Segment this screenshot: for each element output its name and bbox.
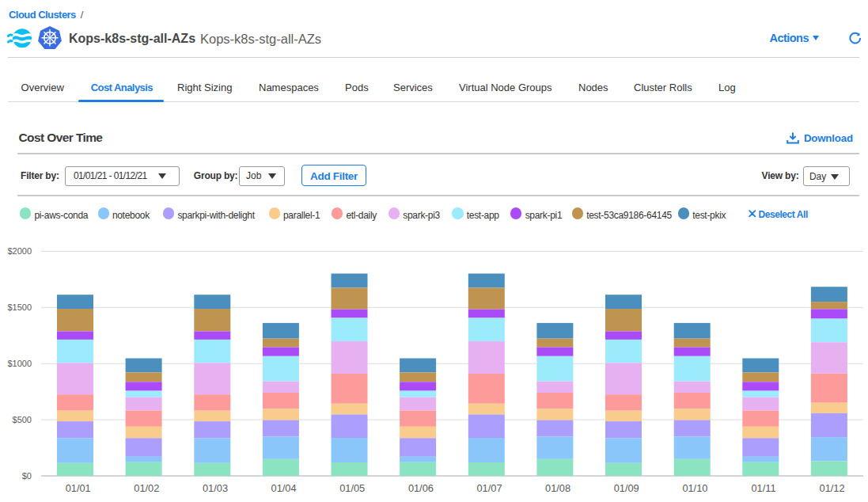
svg-text:01/07: 01/07: [476, 482, 502, 494]
svg-text:01/04: 01/04: [271, 482, 297, 494]
svg-text:01/03: 01/03: [203, 482, 228, 494]
svg-text:$1500: $1500: [7, 302, 32, 312]
svg-text:01/01: 01/01: [66, 482, 91, 494]
svg-text:01/10: 01/10: [682, 482, 707, 494]
svg-text:01/12: 01/12: [820, 482, 845, 494]
svg-text:$1000: $1000: [7, 359, 32, 368]
svg-text:$500: $500: [13, 415, 32, 424]
svg-text:01/11: 01/11: [751, 482, 775, 494]
svg-text:$2000: $2000: [7, 246, 32, 256]
svg-text:01/02: 01/02: [134, 482, 159, 494]
svg-text:01/08: 01/08: [545, 482, 570, 494]
svg-text:01/09: 01/09: [614, 482, 639, 494]
svg-text:$0: $0: [22, 471, 32, 481]
svg-text:01/06: 01/06: [408, 482, 434, 494]
svg-text:01/05: 01/05: [339, 482, 365, 494]
